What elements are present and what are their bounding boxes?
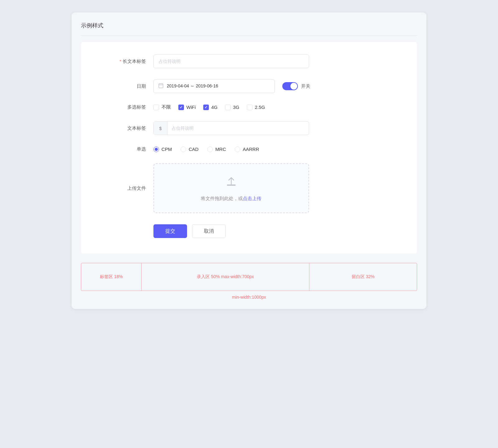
prefixed-input-wrapper: $ [153,121,309,135]
toggle-wrapper: 开关 [282,82,310,90]
form-card: 长文本标签 日期 2019-04-04 ～ [81,42,417,254]
radio-cpm-circle[interactable] [153,147,159,152]
radio-mrc-label: MRC [215,147,226,152]
radio-cad-circle[interactable] [181,147,186,152]
radio-mrc[interactable]: MRC [207,147,226,152]
submit-button[interactable]: 提交 [153,224,187,238]
outer-card: 示例样式 长文本标签 日期 [72,12,426,309]
text-input-field[interactable] [167,126,309,131]
svg-rect-4 [227,184,236,186]
checkbox-unlimited-box[interactable] [153,105,159,110]
multi-content: 不限 WiFi 4G 3G [153,104,398,110]
input-zone: 录入区 50% max-width:700px [142,263,309,291]
page-title: 示例样式 [81,22,417,36]
checkbox-3g[interactable]: 3G [225,105,239,110]
long-text-input[interactable] [153,54,309,68]
long-text-row: 长文本标签 [100,54,398,68]
upload-area[interactable]: 将文件拖到此处，或点击上传 [153,163,309,213]
checkbox-2-5g-box[interactable] [247,105,252,110]
checkbox-3g-box[interactable] [225,105,231,110]
toggle-label: 开关 [301,83,310,89]
radio-row: 单选 CPM CAD MRC [100,146,398,152]
upload-description: 将文件拖到此处，或点击上传 [201,196,261,202]
svg-rect-0 [159,84,163,88]
checkbox-group: 不限 WiFi 4G 3G [153,104,265,110]
text-label: 文本标签 [100,125,153,131]
checkbox-4g[interactable]: 4G [203,105,218,110]
checkbox-2-5g-label: 2.5G [255,105,265,110]
radio-label: 单选 [100,146,153,152]
radio-cad-label: CAD [189,147,199,152]
blank-zone: 留白区 32% [309,263,417,291]
radio-aarrr[interactable]: AARRR [235,147,259,152]
date-value: 2019-04-04 ～ 2019-06-16 [167,83,218,89]
checkbox-2-5g[interactable]: 2.5G [247,105,265,110]
button-row: 提交 取消 [153,224,398,238]
radio-cad[interactable]: CAD [181,147,199,152]
radio-cpm[interactable]: CPM [153,147,172,152]
checkbox-wifi-label: WiFi [186,105,196,110]
upload-row: 上传文件 将文件拖到此处，或点击上传 [100,163,398,213]
upload-link[interactable]: 点击上传 [243,196,261,201]
checkbox-4g-label: 4G [211,105,218,110]
upload-label: 上传文件 [100,185,153,191]
min-width-label: min-width:1000px [81,295,417,300]
radio-mrc-circle[interactable] [207,147,213,152]
input-prefix: $ [154,122,167,135]
layout-guide: 标签区 18% 录入区 50% max-width:700px 留白区 32% [81,263,417,291]
long-text-label: 长文本标签 [100,58,153,64]
upload-static-text: 将文件拖到此处，或 [201,196,243,201]
checkbox-unlimited[interactable]: 不限 [153,104,171,110]
radio-content: CPM CAD MRC AARRR [153,147,398,152]
text-content: $ [153,121,398,135]
checkbox-wifi[interactable]: WiFi [178,105,196,110]
calendar-icon [158,83,164,90]
multi-select-row: 多选标签 不限 WiFi 4G [100,104,398,110]
radio-cpm-label: CPM [162,147,172,152]
checkbox-4g-box[interactable] [203,105,209,110]
cancel-button[interactable]: 取消 [192,224,226,238]
date-label: 日期 [100,83,153,89]
radio-aarrr-label: AARRR [243,147,259,152]
checkbox-3g-label: 3G [233,105,239,110]
toggle-switch[interactable] [282,82,298,90]
text-label-row: 文本标签 $ [100,121,398,135]
upload-icon [224,175,238,190]
long-text-content [153,54,398,68]
multi-label: 多选标签 [100,104,153,110]
upload-content: 将文件拖到此处，或点击上传 [153,163,398,213]
radio-aarrr-circle[interactable] [235,147,240,152]
date-picker[interactable]: 2019-04-04 ～ 2019-06-16 [153,79,275,93]
checkbox-wifi-box[interactable] [178,105,184,110]
date-content: 2019-04-04 ～ 2019-06-16 开关 [153,79,398,93]
label-zone: 标签区 18% [81,263,142,291]
checkbox-unlimited-label: 不限 [162,104,171,110]
radio-group: CPM CAD MRC AARRR [153,147,259,152]
date-row: 日期 2019-04-04 ～ 2019-06-16 [100,79,398,93]
